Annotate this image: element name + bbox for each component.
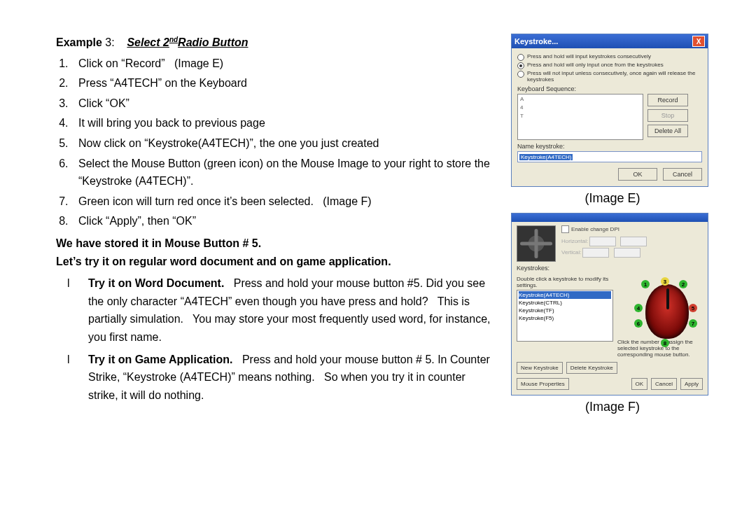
keystroke-listbox[interactable]: Keystroke(A4TECH) Keystroke(CTRL) Keystr… bbox=[517, 290, 613, 342]
stored-line: We have stored it in Mouse Button # 5. bbox=[56, 234, 491, 253]
mouse-btn-5[interactable]: 5 bbox=[689, 304, 697, 312]
list-item[interactable]: Keystroke(CTRL) bbox=[519, 299, 611, 307]
ok-button[interactable]: OK bbox=[618, 168, 657, 181]
step-item: Press “A4TECH” on the Keyboard bbox=[71, 74, 491, 92]
example-title-pre: Select 2 bbox=[127, 36, 169, 48]
list-item[interactable]: Keystroke(A4TECH) bbox=[519, 291, 611, 299]
step-item: Click on “Record” (Image E) bbox=[71, 55, 491, 73]
dpi-dialog: Enable change DPI Horizontal: Vertical: … bbox=[511, 213, 708, 396]
titlebar bbox=[512, 214, 708, 222]
example-heading: Example 3: Select 2ndRadio Button bbox=[56, 34, 491, 52]
sequence-label: Keyboard Sequence: bbox=[517, 85, 702, 92]
name-label: Name keystroke: bbox=[517, 143, 702, 150]
list-item[interactable]: Keystroke(F5) bbox=[519, 314, 611, 322]
bullet-item: l Try it on Game Application. Press and … bbox=[67, 351, 491, 405]
mouse-image: 1 2 3 4 5 6 7 8 bbox=[619, 276, 703, 344]
step-item: Now click on “Keystroke(A4TECH)”, the on… bbox=[71, 134, 491, 153]
example-label: Example bbox=[56, 36, 102, 48]
radio-option[interactable]: Press will not input unless consecutivel… bbox=[517, 70, 702, 83]
dialog-title: Keystroke... bbox=[514, 37, 558, 46]
step-item: Green icon will turn red once it’s been … bbox=[71, 192, 491, 211]
stop-button[interactable]: Stop bbox=[648, 109, 688, 122]
new-keystroke-button[interactable]: New Keystroke bbox=[517, 362, 563, 374]
v-dpi-combo[interactable] bbox=[614, 248, 640, 258]
keystroke-dialog: Keystroke... X Press and hold will input… bbox=[511, 34, 708, 187]
mouse-btn-3[interactable]: 3 bbox=[661, 277, 669, 286]
instruction-column: Example 3: Select 2ndRadio Button Click … bbox=[56, 34, 491, 421]
titlebar: Keystroke... X bbox=[512, 34, 708, 48]
record-button[interactable]: Record bbox=[648, 94, 688, 106]
mouse-btn-2[interactable]: 2 bbox=[679, 280, 687, 288]
mouse-properties-button[interactable]: Mouse Properties bbox=[517, 378, 569, 390]
close-icon[interactable]: X bbox=[692, 36, 705, 47]
image-f-caption: (Image F) bbox=[511, 400, 714, 414]
delete-all-button[interactable]: Delete All bbox=[648, 125, 688, 137]
step-item: Click “OK” bbox=[71, 94, 491, 113]
mouse-btn-8[interactable]: 8 bbox=[661, 339, 669, 347]
document-page: Example 3: Select 2ndRadio Button Click … bbox=[0, 0, 756, 532]
name-input[interactable]: Keystroke(A4TECH) bbox=[517, 151, 702, 162]
h-dpi-field[interactable] bbox=[589, 237, 616, 246]
try-line: Let’s try it on regular word document an… bbox=[56, 253, 491, 271]
enable-dpi-checkbox[interactable]: Enable change DPI bbox=[561, 225, 703, 233]
mouse-btn-1[interactable]: 1 bbox=[641, 280, 650, 288]
apply-button[interactable]: Apply bbox=[680, 378, 703, 390]
keystrokes-label: Keystrokes: bbox=[517, 265, 703, 272]
ok-button[interactable]: OK bbox=[631, 378, 648, 390]
mouse-btn-7[interactable]: 7 bbox=[689, 319, 697, 328]
v-dpi-field[interactable] bbox=[582, 248, 609, 258]
bullet-item: l Try it on Word Document. Press and hol… bbox=[67, 274, 491, 346]
cancel-button[interactable]: Cancel bbox=[663, 168, 702, 181]
step-list: Click on “Record” (Image E) Press “A4TEC… bbox=[56, 55, 491, 230]
screenshot-column: Keystroke... X Press and hold will input… bbox=[511, 34, 714, 421]
step-item: Click “Apply”, then “OK” bbox=[71, 212, 491, 230]
bullet-marker: l bbox=[67, 351, 88, 405]
bullet-marker: l bbox=[67, 274, 88, 346]
step-item: Select the Mouse Button (green icon) on … bbox=[71, 155, 491, 190]
radio-option[interactable]: Press and hold will only input once from… bbox=[517, 62, 702, 69]
cancel-button[interactable]: Cancel bbox=[651, 378, 677, 390]
mouse-btn-6[interactable]: 6 bbox=[634, 319, 643, 328]
fan-icon bbox=[517, 225, 556, 262]
sequence-listbox[interactable]: A 4 T bbox=[517, 94, 643, 140]
radio-option[interactable]: Press and hold will input keystrokes con… bbox=[517, 53, 702, 61]
list-item[interactable]: Keystroke(TF) bbox=[519, 307, 611, 314]
mouse-btn-4[interactable]: 4 bbox=[634, 304, 643, 312]
mouse-body-icon bbox=[645, 284, 689, 339]
step-item: It will bring you back to previous page bbox=[71, 114, 491, 132]
delete-keystroke-button[interactable]: Delete Keystroke bbox=[566, 362, 617, 374]
h-dpi-combo[interactable] bbox=[620, 237, 647, 246]
image-e-caption: (Image E) bbox=[511, 191, 714, 206]
